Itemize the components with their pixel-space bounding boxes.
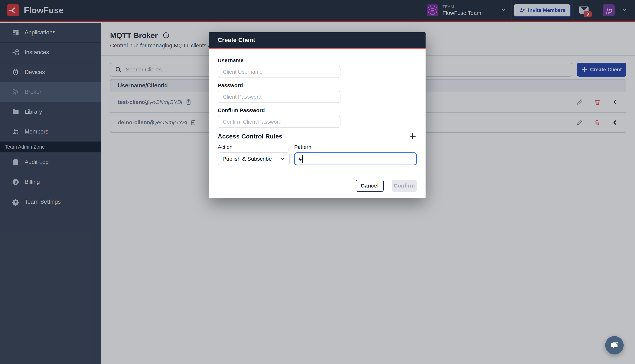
cancel-button[interactable]: Cancel — [356, 180, 384, 192]
chevron-down-icon — [279, 156, 285, 162]
pattern-label: Pattern — [294, 144, 417, 150]
pattern-value: # — [299, 156, 302, 162]
action-label: Action — [218, 144, 290, 150]
create-client-modal: Create Client Username Password Confirm … — [209, 32, 425, 198]
username-label: Username — [218, 57, 417, 64]
text-cursor — [302, 155, 303, 163]
modal-body: Username Password Confirm Password Acces… — [209, 49, 425, 192]
action-select[interactable]: Publish & Subscribe — [218, 152, 290, 165]
username-field[interactable] — [218, 66, 340, 78]
password-field[interactable] — [218, 91, 340, 103]
modal-header: Create Client — [209, 32, 425, 49]
add-rule-icon[interactable] — [409, 132, 417, 140]
pattern-input[interactable]: # — [294, 152, 417, 165]
password-label: Password — [218, 82, 417, 88]
confirm-password-label: Confirm Password — [218, 107, 417, 114]
chat-widget-button[interactable] — [605, 336, 623, 354]
acl-heading: Access Control Rules — [218, 133, 282, 140]
chat-icon — [609, 340, 619, 350]
confirm-password-field[interactable] — [218, 116, 340, 128]
confirm-button[interactable]: Confirm — [392, 180, 417, 192]
modal-title: Create Client — [218, 36, 255, 44]
action-select-value: Publish & Subscribe — [223, 156, 272, 162]
